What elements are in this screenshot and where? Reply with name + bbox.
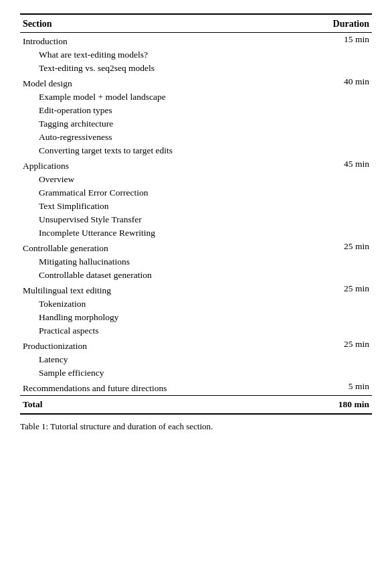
main-section-cell: Applications [20, 157, 297, 173]
table-row: Tokenization [20, 297, 372, 311]
sub-section-cell: Converting target texts to target edits [20, 144, 297, 157]
table-row: Grammatical Error Correction [20, 186, 372, 200]
duration-cell [297, 186, 372, 200]
sub-section-cell: Practical aspects [20, 324, 297, 338]
table-row: Controllable dataset generation [20, 269, 372, 282]
sub-section-cell: Overview [20, 173, 297, 186]
schedule-table: Section Duration Introduction15 minWhat … [20, 13, 372, 415]
table-container: Section Duration Introduction15 minWhat … [20, 13, 372, 432]
main-section-cell: Model design [20, 75, 297, 90]
duration-cell [297, 269, 372, 282]
sub-section-cell: Incomplete Utterance Rewriting [20, 226, 297, 240]
table-row: Overview [20, 173, 372, 186]
sub-section-cell: Controllable dataset generation [20, 269, 297, 282]
sub-section-cell: Handling morphology [20, 311, 297, 324]
sub-section-cell: What are text-editing models? [20, 48, 297, 62]
duration-cell [297, 173, 372, 186]
table-row: Multilingual text editing25 min [20, 282, 372, 297]
table-row: Mitigating hallucinations [20, 255, 372, 269]
section-header: Section [20, 14, 297, 33]
duration-cell [297, 117, 372, 131]
main-section-cell: Productionization [20, 338, 297, 353]
duration-cell [297, 324, 372, 338]
table-row: Practical aspects [20, 324, 372, 338]
table-row: Productionization25 min [20, 338, 372, 353]
duration-cell [297, 48, 372, 62]
table-row: Incomplete Utterance Rewriting [20, 226, 372, 240]
duration-cell [297, 200, 372, 213]
total-duration: 180 min [297, 396, 372, 415]
total-label: Total [20, 396, 297, 415]
table-row: Converting target texts to target edits [20, 144, 372, 157]
table-row: Edit-operation types [20, 104, 372, 117]
table-row: Introduction15 min [20, 33, 372, 49]
table-row: Text Simplification [20, 200, 372, 213]
table-caption: Table 1: Tutorial structure and duration… [20, 421, 372, 432]
total-row: Total180 min [20, 396, 372, 415]
sub-section-cell: Grammatical Error Correction [20, 186, 297, 200]
sub-section-cell: Latency [20, 353, 297, 366]
duration-cell [297, 311, 372, 324]
table-row: Unsupervised Style Transfer [20, 213, 372, 226]
sub-section-cell: Text Simplification [20, 200, 297, 213]
table-row: Tagging architecture [20, 117, 372, 131]
duration-cell: 15 min [297, 33, 372, 49]
table-row: Controllable generation25 min [20, 240, 372, 255]
sub-section-cell: Sample efficiency [20, 366, 297, 380]
duration-cell [297, 104, 372, 117]
duration-cell [297, 366, 372, 380]
duration-cell [297, 353, 372, 366]
table-row: Example model + model landscape [20, 90, 372, 104]
main-section-cell: Introduction [20, 33, 297, 49]
duration-cell [297, 255, 372, 269]
duration-cell: 45 min [297, 157, 372, 173]
duration-header: Duration [297, 14, 372, 33]
main-section-cell: Multilingual text editing [20, 282, 297, 297]
table-row: Sample efficiency [20, 366, 372, 380]
duration-cell [297, 90, 372, 104]
sub-section-cell: Tagging architecture [20, 117, 297, 131]
duration-cell: 25 min [297, 282, 372, 297]
table-row: What are text-editing models? [20, 48, 372, 62]
table-row: Handling morphology [20, 311, 372, 324]
sub-section-cell: Mitigating hallucinations [20, 255, 297, 269]
duration-cell [297, 213, 372, 226]
main-section-cell: Recommendations and future directions [20, 380, 297, 396]
sub-section-cell: Example model + model landscape [20, 90, 297, 104]
duration-cell [297, 131, 372, 144]
sub-section-cell: Unsupervised Style Transfer [20, 213, 297, 226]
main-section-cell: Controllable generation [20, 240, 297, 255]
sub-section-cell: Tokenization [20, 297, 297, 311]
duration-cell [297, 144, 372, 157]
duration-cell [297, 226, 372, 240]
duration-cell: 25 min [297, 338, 372, 353]
duration-cell [297, 297, 372, 311]
table-row: Latency [20, 353, 372, 366]
duration-cell: 5 min [297, 380, 372, 396]
sub-section-cell: Text-editing vs. seq2seq models [20, 62, 297, 75]
duration-cell: 40 min [297, 75, 372, 90]
table-row: Auto-regressiveness [20, 131, 372, 144]
table-row: Recommendations and future directions5 m… [20, 380, 372, 396]
table-header-row: Section Duration [20, 14, 372, 33]
sub-section-cell: Auto-regressiveness [20, 131, 297, 144]
table-row: Model design40 min [20, 75, 372, 90]
duration-cell: 25 min [297, 240, 372, 255]
duration-cell [297, 62, 372, 75]
table-row: Applications45 min [20, 157, 372, 173]
table-row: Text-editing vs. seq2seq models [20, 62, 372, 75]
sub-section-cell: Edit-operation types [20, 104, 297, 117]
